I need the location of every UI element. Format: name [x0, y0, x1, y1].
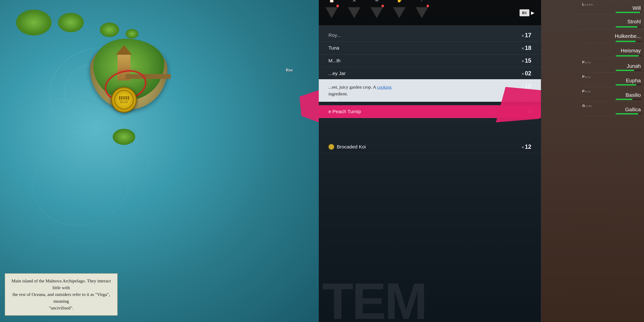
- strohl-name: Strohl: [627, 19, 641, 25]
- item-count-honey-jar: ×02: [515, 70, 531, 77]
- item-row-honey-jar[interactable]: ...ey Jar ×02: [319, 67, 541, 80]
- building-roof: [116, 45, 132, 55]
- nav-icon-skull[interactable]: ☠: [370, 6, 383, 19]
- character-item-basilio[interactable]: Party Basilio: [580, 87, 644, 102]
- character-item-eupha[interactable]: Party Eupha: [580, 72, 644, 87]
- location-label-roy: Roy: [286, 68, 293, 72]
- island-info-box: Main island of the Malnova Archipelago. …: [5, 274, 118, 316]
- junah-hp-bar: [616, 70, 642, 71]
- character-item-heismay[interactable]: Heismay: [580, 44, 644, 58]
- nav-icon-question[interactable]: ?: [416, 6, 428, 19]
- item-name-moth: M...th: [328, 58, 515, 64]
- notification-dot-skull: [382, 5, 384, 7]
- character-item-gallica[interactable]: Guide Gallica: [580, 102, 644, 116]
- item-row-tuna[interactable]: Tuna ×18: [319, 42, 541, 54]
- hulkenbe-hp-bar: [616, 41, 642, 42]
- item-count-tuna: ×18: [515, 44, 531, 51]
- basilio-hp-fill: [616, 99, 632, 100]
- basilio-role-label: Party: [582, 89, 591, 94]
- island-description: Main island of the Malnova Archipelago. …: [10, 278, 113, 311]
- inventory-panel: 📋 ⚔ ☠ ✋ ? R1: [319, 0, 644, 322]
- eupha-hp-fill: [616, 84, 636, 86]
- junah-name: Junah: [627, 63, 641, 69]
- eupha-name: Eupha: [626, 78, 641, 84]
- will-role-label: Leader: [582, 2, 594, 6]
- gallica-hp-fill: [616, 113, 638, 114]
- will-hp-fill: [616, 12, 640, 13]
- item-count-brocaded-koi: ×12: [515, 144, 531, 150]
- small-island-5: [113, 129, 135, 145]
- item-description-text: ...eet, juicy garden crop. A cooking ing…: [328, 84, 531, 97]
- hand-icon: ✋: [396, 0, 402, 3]
- heismay-name: Heismay: [621, 48, 641, 54]
- nav-triangle-journal: [325, 7, 338, 18]
- nav-icon-sword[interactable]: ⚔: [348, 6, 361, 19]
- character-panel: Leader Will Strohl Hulkenbe...: [541, 0, 644, 322]
- notification-dot-journal: [336, 5, 339, 7]
- junah-hp-fill: [616, 70, 634, 71]
- item-name-tuna: Tuna: [328, 45, 515, 51]
- gallica-hp-bar: [616, 113, 642, 114]
- nav-icon-journal[interactable]: 📋: [325, 6, 338, 19]
- cooking-link: cooking: [377, 84, 392, 90]
- emblem-text: MALNOVA: [120, 100, 128, 102]
- item-name-royal: Roy...: [328, 32, 515, 38]
- nav-icon-hand[interactable]: ✋: [393, 6, 406, 19]
- r1-button[interactable]: R1: [520, 9, 529, 16]
- nav-triangle-skull: [370, 7, 383, 18]
- character-item-strohl[interactable]: Strohl: [580, 14, 644, 29]
- item-name-peach-turnip: e Peach Turnip: [328, 109, 515, 114]
- item-row-royal[interactable]: Roy... ×17: [319, 29, 541, 42]
- item-name-brocaded-koi: Brocaded Koi: [337, 144, 515, 150]
- strohl-hp-fill: [616, 26, 638, 28]
- small-island-3: [100, 22, 119, 37]
- emblem-subtext: ΔΞΛΓΞIS: [120, 102, 128, 103]
- small-island-2: [58, 13, 84, 32]
- character-item-junah[interactable]: Party Junah: [580, 58, 644, 72]
- basilio-hp-bar: [616, 99, 642, 100]
- eupha-role-label: Party: [582, 75, 591, 79]
- small-island-1: [16, 10, 52, 36]
- item-count-royal: ×17: [515, 32, 531, 39]
- basilio-name: Basilio: [626, 92, 641, 98]
- junah-role-label: Party: [582, 60, 591, 64]
- r1-indicator: R1 ▶: [520, 9, 534, 16]
- gallica-role-label: Guide: [582, 104, 592, 108]
- question-icon: ?: [421, 0, 423, 2]
- emblem-decoration: [119, 96, 129, 100]
- inventory-nav: 📋 ⚔ ☠ ✋ ? R1: [319, 0, 541, 26]
- map-panel: MALNOVA ΔΞΛΓΞIS Roy Main island of the M…: [0, 0, 319, 322]
- item-row-moth[interactable]: M...th ×15: [319, 54, 541, 67]
- item-name-honey-jar: ...ey Jar: [328, 71, 515, 76]
- gallica-name: Gallica: [625, 106, 641, 112]
- journal-icon: 📋: [329, 0, 334, 3]
- nav-triangle-hand: [393, 7, 406, 18]
- eupha-hp-bar: [616, 84, 642, 86]
- koi-icon: [328, 144, 334, 150]
- item-row-brocaded-koi[interactable]: Brocaded Koi ×12: [319, 140, 541, 153]
- heismay-hp-fill: [616, 55, 639, 56]
- strohl-hp-bar: [616, 26, 642, 28]
- will-name: Will: [632, 5, 641, 11]
- hulkenbe-name: Hulkenbe...: [615, 33, 641, 39]
- item-count-moth: ×15: [515, 57, 531, 64]
- will-hp-bar: [616, 12, 642, 13]
- character-item-will[interactable]: Leader Will: [580, 0, 644, 14]
- notification-dot-question: [426, 5, 429, 7]
- nav-triangle-question: [416, 7, 428, 18]
- nav-triangle-sword: [348, 7, 361, 18]
- hulkenbe-hp-fill: [616, 41, 636, 42]
- character-item-hulkenbe[interactable]: Hulkenbe...: [580, 29, 644, 44]
- skull-icon: ☠: [375, 0, 379, 3]
- emblem-inner: MALNOVA ΔΞΛΓΞIS: [114, 90, 134, 110]
- character-list: Leader Will Strohl Hulkenbe...: [580, 0, 644, 116]
- sword-icon: ⚔: [352, 0, 356, 3]
- r1-arrow-icon: ▶: [531, 10, 534, 16]
- island-emblem: MALNOVA ΔΞΛΓΞIS: [111, 87, 137, 113]
- inventory-content: 📋 ⚔ ☠ ✋ ? R1: [319, 0, 541, 322]
- heismay-hp-bar: [616, 55, 642, 56]
- main-island[interactable]: MALNOVA ΔΞΛΓΞIS: [87, 36, 171, 116]
